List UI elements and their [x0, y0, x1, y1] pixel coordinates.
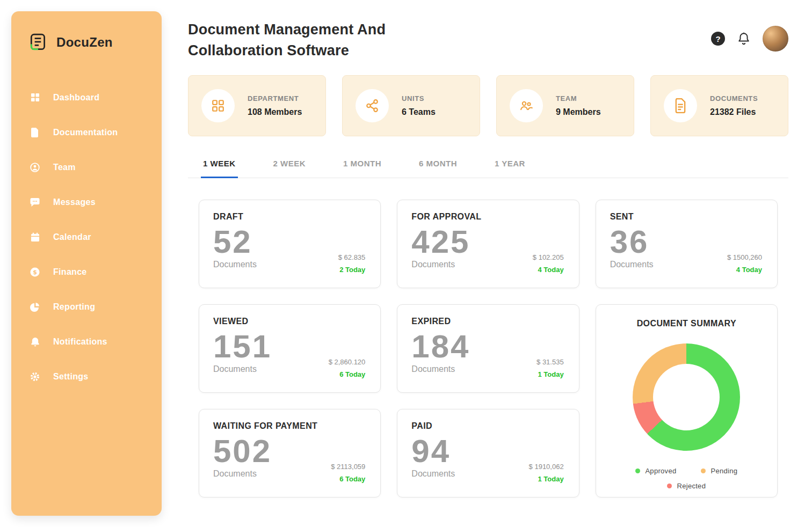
bell-icon — [30, 337, 40, 347]
sidebar-item-team[interactable]: Team — [11, 150, 162, 185]
header-actions: ? — [711, 26, 788, 52]
metric-card-side: $ 2,860.1206 Today — [329, 358, 366, 378]
sidebar-item-label: Finance — [53, 267, 87, 277]
stat-card-department: DEPARTMENT108 Members — [188, 75, 326, 136]
pie-chart-icon — [30, 302, 40, 312]
sidebar-item-label: Messages — [53, 197, 96, 207]
metric-card-viewed: VIEWED151Documents$ 2,860.1206 Today — [199, 304, 381, 393]
sidebar-item-label: Dashboard — [53, 93, 99, 103]
stat-label: DOCUMENTS — [710, 94, 758, 103]
metric-card-side: $ 102.2054 Today — [533, 253, 564, 274]
main-content: Document Management And Collaboration So… — [188, 0, 788, 527]
users-icon — [510, 89, 543, 122]
sidebar-item-notifications[interactable]: Notifications — [11, 324, 162, 359]
legend-dot — [635, 469, 640, 473]
dashboard-icon — [30, 93, 40, 102]
donut-hole — [653, 364, 720, 430]
chart-legend: ApprovedPendingRejected — [610, 467, 763, 490]
sidebar-item-messages[interactable]: Messages — [11, 185, 162, 219]
message-icon — [30, 197, 40, 207]
stat-value: 6 Teams — [402, 107, 436, 117]
tab-1-year[interactable]: 1 YEAR — [492, 159, 527, 178]
tab-1-month[interactable]: 1 MONTH — [341, 159, 383, 178]
stat-label: DEPARTMENT — [248, 94, 302, 103]
metric-card-today: 4 Today — [727, 266, 762, 274]
file-icon — [664, 89, 697, 122]
sidebar-item-label: Reporting — [53, 302, 95, 312]
calendar-icon — [30, 232, 40, 242]
cards-grid: DRAFT52Documents$ 62.8352 TodayFOR APPRO… — [199, 200, 778, 497]
sidebar-item-calendar[interactable]: Calendar — [11, 219, 162, 254]
help-icon[interactable]: ? — [711, 32, 725, 46]
grid-icon — [201, 89, 235, 122]
metric-card-sent: SENT36Documents$ 1500,2604 Today — [596, 200, 778, 288]
sidebar-item-reporting[interactable]: Reporting — [11, 289, 162, 324]
metric-card-today: 6 Today — [329, 370, 366, 378]
dollar-icon: $ — [30, 267, 40, 277]
sidebar-item-documentation[interactable]: Documentation — [11, 115, 162, 150]
metric-card-side: $ 2113,0596 Today — [331, 463, 365, 483]
tab-6-month[interactable]: 6 MONTH — [417, 159, 459, 178]
metric-card-title: PAID — [411, 421, 564, 431]
tabs: 1 WEEK2 WEEK1 MONTH6 MONTH1 YEAR — [188, 159, 788, 178]
stat-label: TEAM — [556, 94, 601, 103]
sidebar-item-label: Documentation — [53, 128, 118, 137]
svg-text:$: $ — [33, 269, 37, 276]
metric-card-amount: $ 102.205 — [533, 253, 564, 261]
metric-card-side: $ 31.5351 Today — [536, 358, 564, 378]
metric-card-title: SENT — [610, 212, 763, 222]
tab-1-week[interactable]: 1 WEEK — [201, 159, 238, 178]
metric-card-draft: DRAFT52Documents$ 62.8352 Today — [199, 200, 381, 288]
metric-card-waiting-for-payment: WAITING FOR PAYMENT502Documents$ 2113,05… — [199, 409, 381, 497]
stats-row: DEPARTMENT108 MembersUNITS6 TeamsTEAM9 M… — [188, 75, 788, 136]
bell-icon[interactable] — [738, 32, 750, 45]
sidebar-item-label: Team — [53, 163, 76, 172]
logo-text: DocuZen — [56, 35, 113, 50]
sidebar-nav: DashboardDocumentationTeamMessagesCalend… — [11, 80, 162, 394]
logo: DocuZen — [11, 11, 162, 52]
metric-card-today: 2 Today — [338, 266, 366, 274]
sidebar-item-label: Notifications — [53, 337, 107, 347]
metric-card-side: $ 1910,0621 Today — [529, 463, 564, 483]
stat-card-team: TEAM9 Members — [496, 75, 634, 136]
gear-icon — [30, 372, 40, 382]
legend-dot — [701, 469, 706, 473]
metric-card-paid: PAID94Documents$ 1910,0621 Today — [397, 409, 579, 497]
summary-title: DOCUMENT SUMMARY — [610, 319, 763, 328]
legend-row: ApprovedPending — [635, 467, 737, 475]
sidebar-item-dashboard[interactable]: Dashboard — [11, 80, 162, 115]
metric-card-expired: EXPIRED184Documents$ 31.5351 Today — [397, 304, 579, 393]
sidebar-item-finance[interactable]: $Finance — [11, 254, 162, 289]
legend-dot — [667, 484, 672, 488]
metric-card-side: $ 1500,2604 Today — [727, 253, 762, 274]
metric-card-for-approval: FOR APPROVAL425Documents$ 102.2054 Today — [397, 200, 579, 288]
legend-label: Pending — [711, 467, 737, 475]
tab-2-week[interactable]: 2 WEEK — [271, 159, 308, 178]
metric-card-side: $ 62.8352 Today — [338, 253, 366, 274]
stat-value: 108 Members — [248, 107, 302, 117]
metric-card-title: VIEWED — [213, 317, 366, 326]
metric-card-today: 4 Today — [533, 266, 564, 274]
document-summary-card: DOCUMENT SUMMARYApprovedPendingRejected — [596, 304, 778, 497]
legend-label: Approved — [645, 467, 676, 475]
metric-card-amount: $ 31.535 — [536, 358, 564, 366]
docuzen-logo-icon — [28, 33, 48, 52]
metric-card-amount: $ 2,860.120 — [329, 358, 366, 366]
sidebar-item-label: Calendar — [53, 232, 91, 242]
legend-item-rejected: Rejected — [667, 482, 706, 490]
stat-card-units: UNITS6 Teams — [342, 75, 480, 136]
metric-card-title: EXPIRED — [411, 317, 564, 326]
metric-card-today: 1 Today — [529, 475, 564, 483]
metric-card-today: 6 Today — [331, 475, 365, 483]
metric-card-title: FOR APPROVAL — [411, 212, 564, 222]
metric-card-title: WAITING FOR PAYMENT — [213, 421, 366, 431]
metric-card-amount: $ 62.835 — [338, 253, 366, 261]
metric-card-title: DRAFT — [213, 212, 366, 222]
sidebar-item-settings[interactable]: Settings — [11, 359, 162, 394]
sidebar-item-label: Settings — [53, 372, 89, 382]
metric-card-amount: $ 1910,062 — [529, 463, 564, 471]
avatar[interactable] — [763, 26, 788, 52]
metric-card-today: 1 Today — [536, 370, 564, 378]
sidebar: DocuZen DashboardDocumentationTeamMessag… — [11, 11, 162, 516]
legend-item-pending: Pending — [701, 467, 737, 475]
